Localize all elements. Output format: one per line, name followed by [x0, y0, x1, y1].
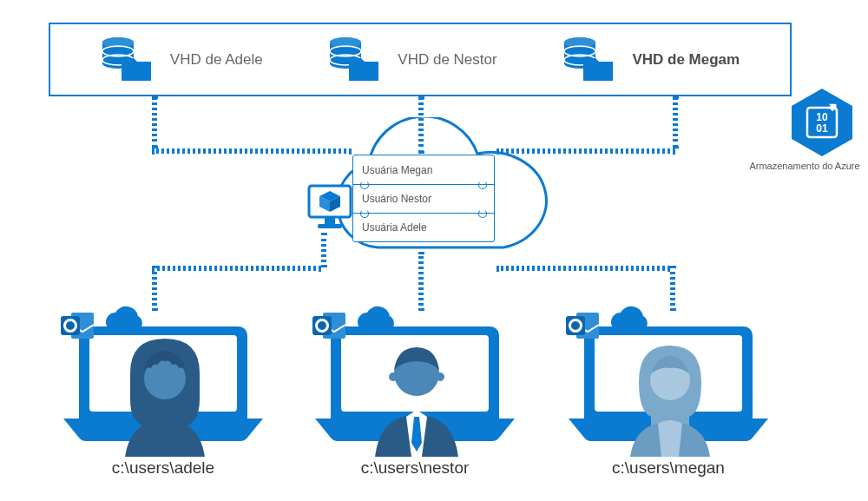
outlook-icon	[311, 307, 347, 344]
cloud-mini-icon	[608, 306, 653, 337]
azure-storage-icon: 10 01	[790, 87, 854, 158]
database-folder-icon	[101, 36, 155, 83]
database-folder-icon	[328, 36, 382, 83]
cloud-mini-icon	[354, 306, 399, 337]
cloud-mini-icon	[102, 306, 148, 337]
svg-rect-20	[325, 217, 335, 224]
connector-line	[152, 266, 321, 271]
connector-line	[673, 96, 678, 148]
svg-text:01: 01	[816, 122, 828, 135]
cloud-users-list: Usuária Megan Usuário Nestor Usuária Ade…	[352, 155, 495, 242]
outlook-icon	[564, 307, 601, 344]
cloud-user-label: Usuária Megan	[362, 164, 432, 176]
connector-line	[321, 233, 326, 267]
vhd-label: VHD de Nestor	[398, 51, 496, 69]
user-avatar-megan	[618, 335, 722, 457]
connector-line	[152, 266, 157, 311]
vhd-item-adele: VHD de Adele	[101, 36, 263, 83]
cloud-user-label: Usuária Adele	[362, 221, 427, 234]
outlook-icon	[59, 307, 95, 344]
cloud-user-row: Usuária Megan	[353, 155, 494, 184]
vhd-item-megam: VHD de Megam	[562, 36, 740, 83]
svg-rect-9	[349, 63, 378, 81]
user-station-adele: c:\users\adele	[50, 321, 276, 446]
user-path-label: c:\users\nestor	[302, 458, 528, 478]
vhd-item-nestor: VHD de Nestor	[328, 36, 496, 83]
svg-rect-21	[318, 224, 342, 228]
connector-line	[418, 252, 424, 311]
svg-point-35	[389, 372, 398, 381]
cloud-user-label: Usuário Nestor	[362, 193, 431, 205]
cloud-user-row: Usuária Adele	[353, 213, 494, 241]
user-path-label: c:\users\adele	[50, 458, 276, 478]
user-station-megan: c:\users\megan	[556, 321, 781, 446]
connector-line	[670, 266, 675, 311]
user-avatar-adele	[113, 335, 217, 457]
svg-text:10: 10	[816, 111, 828, 123]
user-station-nestor: c:\users\nestor	[302, 321, 528, 446]
vhd-storage-container: VHD de Adele VHD de Nestor VHD de Megam	[49, 23, 792, 96]
connector-line	[496, 266, 670, 271]
svg-rect-14	[583, 63, 613, 81]
azure-storage-label: Armazenamento do Azure	[748, 161, 861, 171]
svg-point-36	[436, 372, 444, 381]
connector-line	[152, 96, 157, 148]
user-avatar-nestor	[365, 335, 469, 457]
vhd-label: VHD de Megam	[632, 51, 740, 69]
cloud-user-row: Usuário Nestor	[353, 184, 494, 213]
user-path-label: c:\users\megan	[556, 458, 781, 478]
vhd-label: VHD de Adele	[170, 51, 263, 69]
vm-monitor-icon	[306, 182, 354, 231]
database-folder-icon	[562, 36, 616, 83]
svg-rect-4	[122, 63, 151, 81]
